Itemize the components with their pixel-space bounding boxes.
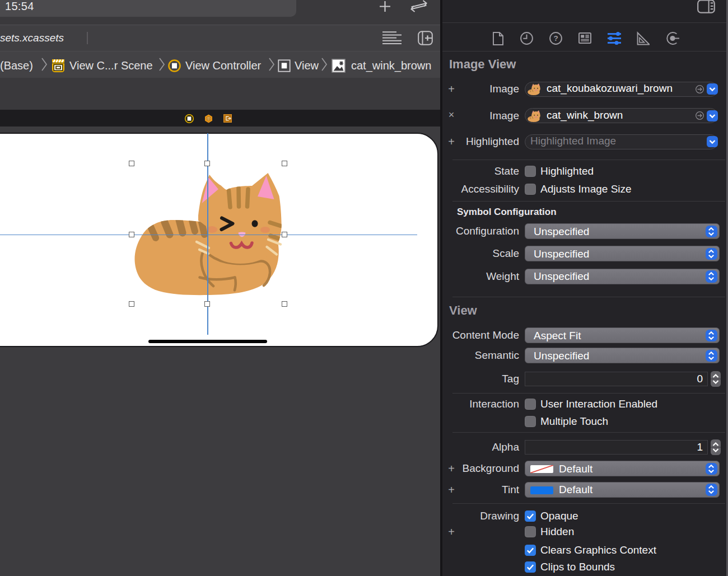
svg-text:?: ? bbox=[553, 34, 558, 43]
